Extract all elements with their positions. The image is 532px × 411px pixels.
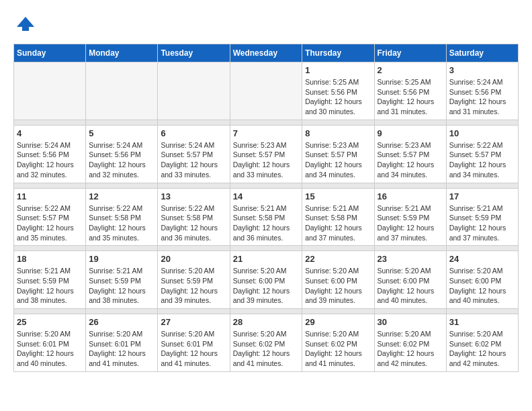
day-number: 16 — [378, 191, 443, 201]
calendar-cell: 31 Sunrise: 5:20 AMSunset: 6:02 PMDaylig… — [446, 314, 518, 372]
day-number: 30 — [378, 317, 443, 327]
day-number: 1 — [305, 65, 371, 75]
day-info: Sunrise: 5:20 AMSunset: 6:02 PMDaylight:… — [449, 329, 515, 369]
day-info: Sunrise: 5:21 AMSunset: 5:59 PMDaylight:… — [17, 266, 83, 306]
row-separator — [14, 246, 519, 251]
calendar-cell: 22 Sunrise: 5:20 AMSunset: 6:00 PMDaylig… — [302, 251, 374, 309]
day-number: 21 — [233, 254, 300, 264]
day-info: Sunrise: 5:22 AMSunset: 5:58 PMDaylight:… — [89, 203, 154, 243]
calendar-cell: 26 Sunrise: 5:20 AMSunset: 6:01 PMDaylig… — [86, 314, 158, 372]
day-number: 19 — [89, 254, 154, 264]
calendar-week-3: 11 Sunrise: 5:22 AMSunset: 5:57 PMDaylig… — [14, 188, 519, 246]
svg-marker-0 — [17, 17, 34, 27]
day-info: Sunrise: 5:20 AMSunset: 6:01 PMDaylight:… — [17, 329, 83, 369]
day-number: 6 — [161, 128, 226, 138]
day-info: Sunrise: 5:21 AMSunset: 5:58 PMDaylight:… — [305, 203, 371, 243]
calendar-cell: 6 Sunrise: 5:24 AMSunset: 5:57 PMDayligh… — [158, 125, 230, 183]
calendar-cell: 1 Sunrise: 5:25 AMSunset: 5:56 PMDayligh… — [302, 62, 374, 120]
calendar-cell — [86, 62, 158, 120]
day-info: Sunrise: 5:20 AMSunset: 6:00 PMDaylight:… — [449, 266, 515, 306]
day-info: Sunrise: 5:20 AMSunset: 5:59 PMDaylight:… — [161, 266, 226, 306]
row-separator — [14, 183, 519, 188]
calendar-cell: 19 Sunrise: 5:21 AMSunset: 5:59 PMDaylig… — [86, 251, 158, 309]
day-number: 22 — [305, 254, 371, 264]
calendar-cell: 27 Sunrise: 5:20 AMSunset: 6:01 PMDaylig… — [158, 314, 230, 372]
calendar-cell: 10 Sunrise: 5:22 AMSunset: 5:57 PMDaylig… — [446, 125, 518, 183]
day-number: 28 — [233, 317, 300, 327]
day-number: 12 — [89, 191, 154, 201]
day-info: Sunrise: 5:21 AMSunset: 5:59 PMDaylight:… — [378, 203, 443, 243]
calendar-cell: 14 Sunrise: 5:21 AMSunset: 5:58 PMDaylig… — [230, 188, 302, 246]
day-number: 25 — [17, 317, 83, 327]
calendar-header-row: SundayMondayTuesdayWednesdayThursdayFrid… — [14, 44, 519, 62]
calendar-cell: 23 Sunrise: 5:20 AMSunset: 6:00 PMDaylig… — [374, 251, 446, 309]
calendar-cell: 2 Sunrise: 5:25 AMSunset: 5:56 PMDayligh… — [374, 62, 446, 120]
calendar-header-friday: Friday — [374, 44, 446, 62]
day-info: Sunrise: 5:24 AMSunset: 5:57 PMDaylight:… — [161, 140, 226, 180]
logo-icon — [15, 13, 36, 34]
day-number: 4 — [17, 128, 83, 138]
day-number: 15 — [305, 191, 371, 201]
day-info: Sunrise: 5:22 AMSunset: 5:57 PMDaylight:… — [17, 203, 83, 243]
day-info: Sunrise: 5:23 AMSunset: 5:57 PMDaylight:… — [233, 140, 300, 180]
calendar-cell: 11 Sunrise: 5:22 AMSunset: 5:57 PMDaylig… — [14, 188, 86, 246]
calendar-cell: 17 Sunrise: 5:21 AMSunset: 5:59 PMDaylig… — [446, 188, 518, 246]
calendar-cell: 12 Sunrise: 5:22 AMSunset: 5:58 PMDaylig… — [86, 188, 158, 246]
calendar-cell: 3 Sunrise: 5:24 AMSunset: 5:56 PMDayligh… — [446, 62, 518, 120]
calendar: SundayMondayTuesdayWednesdayThursdayFrid… — [13, 44, 519, 372]
day-number: 24 — [449, 254, 515, 264]
day-info: Sunrise: 5:25 AMSunset: 5:56 PMDaylight:… — [305, 77, 371, 117]
day-number: 27 — [161, 317, 226, 327]
calendar-header-tuesday: Tuesday — [158, 44, 230, 62]
day-info: Sunrise: 5:20 AMSunset: 6:00 PMDaylight:… — [305, 266, 371, 306]
day-info: Sunrise: 5:20 AMSunset: 6:01 PMDaylight:… — [89, 329, 154, 369]
day-info: Sunrise: 5:23 AMSunset: 5:57 PMDaylight:… — [305, 140, 371, 180]
calendar-header-sunday: Sunday — [14, 44, 86, 62]
day-info: Sunrise: 5:25 AMSunset: 5:56 PMDaylight:… — [378, 77, 443, 117]
day-info: Sunrise: 5:22 AMSunset: 5:58 PMDaylight:… — [161, 203, 226, 243]
day-info: Sunrise: 5:20 AMSunset: 6:00 PMDaylight:… — [233, 266, 300, 306]
day-info: Sunrise: 5:21 AMSunset: 5:59 PMDaylight:… — [89, 266, 154, 306]
calendar-week-5: 25 Sunrise: 5:20 AMSunset: 6:01 PMDaylig… — [14, 314, 519, 372]
calendar-cell — [158, 62, 230, 120]
day-number: 18 — [17, 254, 83, 264]
day-number: 11 — [17, 191, 83, 201]
day-number: 7 — [233, 128, 300, 138]
day-info: Sunrise: 5:24 AMSunset: 5:56 PMDaylight:… — [89, 140, 154, 180]
calendar-cell: 9 Sunrise: 5:23 AMSunset: 5:57 PMDayligh… — [374, 125, 446, 183]
calendar-header-saturday: Saturday — [446, 44, 518, 62]
calendar-cell — [230, 62, 302, 120]
calendar-cell: 24 Sunrise: 5:20 AMSunset: 6:00 PMDaylig… — [446, 251, 518, 309]
day-info: Sunrise: 5:20 AMSunset: 6:01 PMDaylight:… — [161, 329, 226, 369]
day-number: 17 — [449, 191, 515, 201]
calendar-cell: 15 Sunrise: 5:21 AMSunset: 5:58 PMDaylig… — [302, 188, 374, 246]
calendar-cell: 29 Sunrise: 5:20 AMSunset: 6:02 PMDaylig… — [302, 314, 374, 372]
calendar-cell: 7 Sunrise: 5:23 AMSunset: 5:57 PMDayligh… — [230, 125, 302, 183]
logo — [13, 13, 36, 37]
calendar-cell: 13 Sunrise: 5:22 AMSunset: 5:58 PMDaylig… — [158, 188, 230, 246]
calendar-cell: 25 Sunrise: 5:20 AMSunset: 6:01 PMDaylig… — [14, 314, 86, 372]
day-info: Sunrise: 5:24 AMSunset: 5:56 PMDaylight:… — [449, 77, 515, 117]
calendar-header-thursday: Thursday — [302, 44, 374, 62]
day-info: Sunrise: 5:20 AMSunset: 6:02 PMDaylight:… — [378, 329, 443, 369]
calendar-cell: 5 Sunrise: 5:24 AMSunset: 5:56 PMDayligh… — [86, 125, 158, 183]
day-number: 8 — [305, 128, 371, 138]
day-info: Sunrise: 5:21 AMSunset: 5:58 PMDaylight:… — [233, 203, 300, 243]
calendar-header-wednesday: Wednesday — [230, 44, 302, 62]
day-number: 31 — [449, 317, 515, 327]
calendar-cell: 21 Sunrise: 5:20 AMSunset: 6:00 PMDaylig… — [230, 251, 302, 309]
day-info: Sunrise: 5:20 AMSunset: 6:02 PMDaylight:… — [305, 329, 371, 369]
day-number: 13 — [161, 191, 226, 201]
day-number: 3 — [449, 65, 515, 75]
calendar-header-monday: Monday — [86, 44, 158, 62]
calendar-cell: 8 Sunrise: 5:23 AMSunset: 5:57 PMDayligh… — [302, 125, 374, 183]
day-number: 14 — [233, 191, 300, 201]
calendar-week-1: 1 Sunrise: 5:25 AMSunset: 5:56 PMDayligh… — [14, 62, 519, 120]
day-number: 5 — [89, 128, 154, 138]
day-number: 20 — [161, 254, 226, 264]
day-number: 23 — [378, 254, 443, 264]
day-number: 26 — [89, 317, 154, 327]
day-info: Sunrise: 5:20 AMSunset: 6:00 PMDaylight:… — [378, 266, 443, 306]
calendar-cell: 20 Sunrise: 5:20 AMSunset: 5:59 PMDaylig… — [158, 251, 230, 309]
svg-rect-1 — [22, 27, 29, 31]
